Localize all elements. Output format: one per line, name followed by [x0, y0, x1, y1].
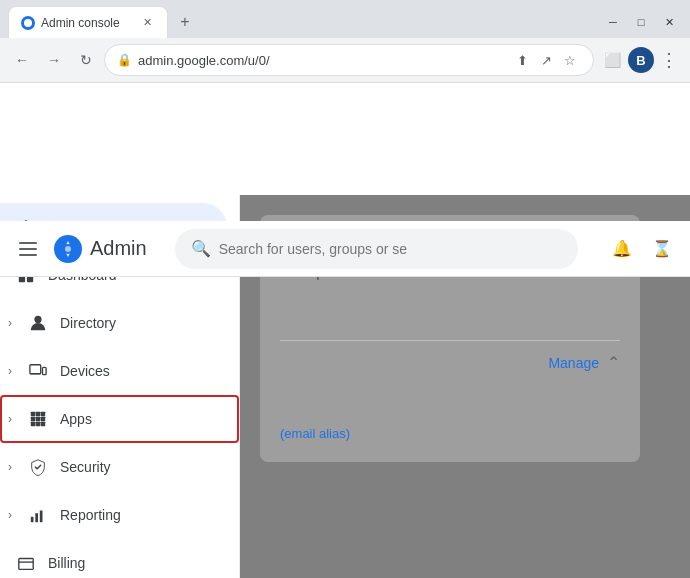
svg-rect-25	[35, 513, 38, 522]
svg-rect-20	[41, 417, 46, 422]
svg-rect-21	[31, 422, 36, 427]
browser-menu-button[interactable]: ⋮	[656, 45, 682, 75]
sidebar-devices-label: Devices	[60, 363, 110, 379]
search-input[interactable]	[219, 241, 562, 257]
directory-expand-arrow: ›	[8, 316, 12, 330]
svg-rect-28	[19, 559, 33, 570]
svg-rect-22	[36, 422, 41, 427]
url-text: admin.google.com/u/0/	[138, 53, 505, 68]
sidebar-apps-label: Apps	[60, 411, 92, 427]
email-alias-link[interactable]: (email alias)	[280, 426, 350, 441]
apps-expand-arrow: ›	[8, 412, 12, 426]
profile-button[interactable]: B	[628, 47, 654, 73]
sidebar-security-label: Security	[60, 459, 111, 475]
reporting-icon	[28, 505, 48, 525]
share-icon[interactable]: ↗	[535, 49, 557, 71]
svg-rect-2	[19, 248, 37, 250]
sidebar-item-security[interactable]: › Security	[0, 443, 227, 491]
devices-icon	[28, 361, 48, 381]
reload-button[interactable]: ↻	[72, 46, 100, 74]
window-controls: ─ □ ✕	[600, 12, 682, 32]
upload-icon[interactable]: ⬆	[511, 49, 533, 71]
svg-rect-3	[19, 254, 37, 256]
close-button[interactable]: ✕	[656, 12, 682, 32]
google-admin-logo: Admin	[52, 233, 147, 265]
shield-icon	[28, 457, 48, 477]
svg-rect-15	[31, 412, 36, 417]
sidebar-item-directory[interactable]: › Directory	[0, 299, 227, 347]
svg-rect-13	[43, 367, 47, 374]
svg-rect-12	[30, 365, 41, 374]
app-title: Admin	[90, 237, 147, 260]
chevron-up-icon: ⌃	[607, 353, 620, 372]
forward-button[interactable]: →	[40, 46, 68, 74]
maximize-button[interactable]: □	[628, 12, 654, 32]
sidebar-item-billing[interactable]: Billing	[0, 539, 227, 578]
extension-icon[interactable]: ⬜	[598, 46, 626, 74]
back-button[interactable]: ←	[8, 46, 36, 74]
search-bar[interactable]: 🔍	[175, 229, 578, 269]
sidebar-item-devices[interactable]: › Devices	[0, 347, 227, 395]
address-bar: ← → ↻ 🔒 admin.google.com/u/0/ ⬆ ↗ ☆ ⬜ B …	[0, 38, 690, 82]
devices-expand-arrow: ›	[8, 364, 12, 378]
svg-rect-26	[40, 511, 43, 523]
svg-rect-23	[41, 422, 46, 427]
sidebar-item-apps[interactable]: › Apps	[0, 395, 239, 443]
app-topbar: Admin 🔍 🔔 ⌛	[0, 221, 690, 277]
person-icon	[28, 313, 48, 333]
hamburger-menu-button[interactable]	[12, 233, 44, 265]
search-icon: 🔍	[191, 239, 211, 258]
reporting-expand-arrow: ›	[8, 508, 12, 522]
sidebar-reporting-label: Reporting	[60, 507, 121, 523]
title-bar: Admin console ✕ + ─ □ ✕	[0, 0, 690, 38]
lock-icon: 🔒	[117, 53, 132, 67]
svg-point-11	[34, 316, 41, 323]
url-actions: ⬆ ↗ ☆	[511, 49, 581, 71]
billing-icon	[16, 553, 36, 573]
svg-point-0	[24, 19, 32, 27]
svg-rect-19	[36, 417, 41, 422]
svg-rect-24	[31, 517, 34, 522]
security-expand-arrow: ›	[8, 460, 12, 474]
svg-rect-18	[31, 417, 36, 422]
manage-link[interactable]: Manage	[548, 355, 599, 371]
minimize-button[interactable]: ─	[600, 12, 626, 32]
new-tab-button[interactable]: +	[172, 9, 198, 35]
svg-rect-1	[19, 242, 37, 244]
sidebar-directory-label: Directory	[60, 315, 116, 331]
svg-rect-17	[41, 412, 46, 417]
tab-title: Admin console	[41, 16, 133, 30]
bookmark-icon[interactable]: ☆	[559, 49, 581, 71]
svg-point-6	[65, 246, 71, 252]
browser-tab[interactable]: Admin console ✕	[8, 6, 168, 38]
sidebar-billing-label: Billing	[48, 555, 85, 571]
topbar-actions: 🔔 ⌛	[606, 233, 678, 265]
help-button[interactable]: ⌛	[646, 233, 678, 265]
url-bar[interactable]: 🔒 admin.google.com/u/0/ ⬆ ↗ ☆	[104, 44, 594, 76]
sidebar-item-reporting[interactable]: › Reporting	[0, 491, 227, 539]
browser-actions: ⬜ B ⋮	[598, 45, 682, 75]
svg-rect-16	[36, 412, 41, 417]
tab-close-button[interactable]: ✕	[139, 15, 155, 31]
notifications-button[interactable]: 🔔	[606, 233, 638, 265]
apps-icon	[28, 409, 48, 429]
tab-favicon	[21, 16, 35, 30]
